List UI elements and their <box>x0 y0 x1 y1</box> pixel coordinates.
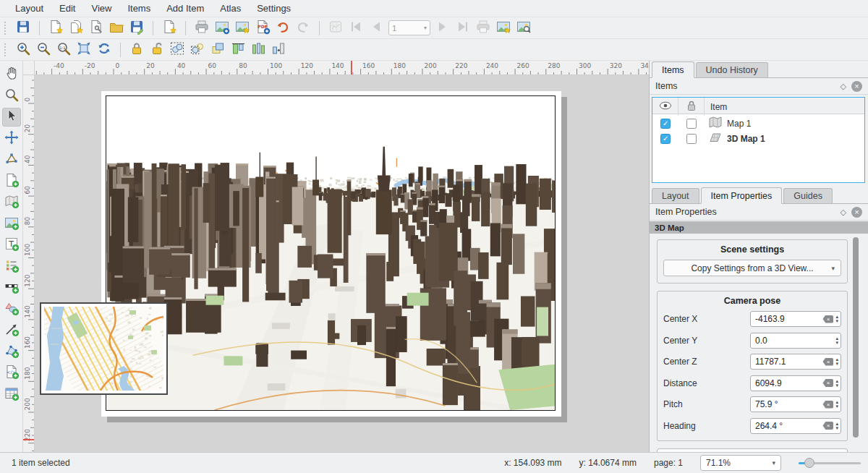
pan-layout-button[interactable] <box>2 65 21 84</box>
save-as-template-button[interactable] <box>127 19 146 38</box>
spinner-arrows[interactable]: ▴▾ <box>835 422 838 430</box>
copy-settings-from-3d-view-button[interactable]: Copy Settings from a 3D View...▾ <box>663 260 841 276</box>
lock-checkbox[interactable] <box>686 119 697 129</box>
svg-text:80: 80 <box>239 62 247 69</box>
add-shape-button[interactable] <box>2 300 21 319</box>
menu-view[interactable]: View <box>83 1 119 15</box>
clear-value-icon[interactable]: × <box>822 379 833 387</box>
group-items-button[interactable] <box>168 41 187 59</box>
align-selected-items-button[interactable] <box>229 41 247 59</box>
tab-layout[interactable]: Layout <box>652 188 699 203</box>
menu-items[interactable]: Items <box>119 1 158 15</box>
center-x-input[interactable]: -4163.9×▴▾ <box>750 311 841 327</box>
center-y-input[interactable]: 0.0▴▾ <box>750 333 841 349</box>
menu-edit[interactable]: Edit <box>51 1 83 15</box>
ruler-corner <box>23 61 35 75</box>
visibility-checkbox[interactable] <box>660 134 671 144</box>
print-atlas-button <box>474 19 493 38</box>
close-panel-icon[interactable]: × <box>851 81 862 92</box>
add-pages-button[interactable] <box>160 19 179 38</box>
menu-layout[interactable]: Layout <box>7 1 51 15</box>
3d-map-item[interactable] <box>106 95 556 411</box>
undo-button[interactable] <box>273 19 292 38</box>
distribute-items-button[interactable] <box>249 41 268 59</box>
refresh-view-button[interactable] <box>95 41 114 59</box>
right-dock: ItemsUndo History Items ◇ × Item Map 13 <box>649 61 868 452</box>
clear-value-icon[interactable]: × <box>822 401 833 409</box>
move-item-content-button[interactable] <box>2 129 21 148</box>
tab-item-properties[interactable]: Item Properties <box>701 187 783 204</box>
layout-manager-button[interactable] <box>87 19 106 38</box>
zoom-actual-button[interactable]: 1:1 <box>54 41 73 59</box>
spinner-arrows[interactable]: ▴▾ <box>835 400 838 409</box>
set-from-3d-view-button[interactable]: Set from a 3D View...▾ <box>657 448 848 453</box>
zoom-slider-handle[interactable] <box>804 458 814 468</box>
distance-input[interactable]: 6094.9×▴▾ <box>750 375 841 391</box>
visibility-checkbox[interactable] <box>660 119 671 129</box>
tab-items[interactable]: Items <box>652 61 694 78</box>
menu-atlas[interactable]: Atlas <box>212 1 249 15</box>
layout-canvas[interactable] <box>35 75 649 452</box>
menu-add-item[interactable]: Add Item <box>158 1 212 15</box>
lock-checkbox[interactable] <box>686 134 697 144</box>
spinner-arrows[interactable]: ▴▾ <box>835 336 838 345</box>
zoom-full-button[interactable] <box>75 41 93 59</box>
spinner-arrows[interactable]: ▴▾ <box>835 357 838 366</box>
print-layout-button[interactable] <box>192 19 211 38</box>
clear-value-icon[interactable]: × <box>822 422 833 430</box>
zoom-tool-button[interactable] <box>2 87 21 106</box>
heading-input[interactable]: 264.4 °×▴▾ <box>750 418 841 434</box>
layout-page[interactable] <box>101 91 561 417</box>
lock-icon <box>129 41 145 59</box>
duplicate-layout-button[interactable] <box>67 19 85 38</box>
clear-value-icon[interactable]: × <box>822 358 833 366</box>
add-arrow-button[interactable] <box>2 321 21 340</box>
zoom-out-button[interactable] <box>34 41 53 59</box>
ungroup-items-button[interactable] <box>188 41 207 59</box>
add-map-button[interactable] <box>2 193 21 212</box>
map-item-inset[interactable] <box>40 302 168 395</box>
pitch-input[interactable]: 75.9 °×▴▾ <box>750 396 841 412</box>
export-as-svg-button[interactable] <box>233 19 252 38</box>
add-legend-button[interactable] <box>2 257 21 276</box>
camera-pose-title: Camera pose <box>663 296 841 306</box>
add-picture-button[interactable] <box>2 215 21 234</box>
items-tree-row[interactable]: 3D Map 1 <box>652 129 864 145</box>
edit-nodes-item-button[interactable] <box>2 150 21 169</box>
save-project-button[interactable] <box>14 19 33 38</box>
export-as-image-button[interactable] <box>213 19 231 38</box>
properties-scrollbar[interactable] <box>853 237 859 446</box>
float-panel-icon[interactable]: ◇ <box>841 208 846 217</box>
add-node-item-button[interactable] <box>2 343 21 362</box>
lock-selected-items-button[interactable] <box>127 41 146 59</box>
preview-atlas-button[interactable] <box>514 19 533 38</box>
item-properties-panel-head: Item Properties ◇ × <box>650 204 868 221</box>
items-tree-row[interactable]: Map 1 <box>652 114 864 129</box>
add-page-button[interactable] <box>2 172 21 191</box>
open-layout-button[interactable] <box>107 19 126 38</box>
spinner-arrows[interactable]: ▴▾ <box>835 315 838 323</box>
raise-selected-items-button[interactable] <box>208 41 227 59</box>
export-as-pdf-button[interactable]: PDF <box>253 19 272 38</box>
export-atlas-button[interactable] <box>494 19 513 38</box>
spinner-arrows[interactable]: ▴▾ <box>835 379 838 388</box>
add-html-button[interactable]: </> <box>2 364 21 383</box>
new-layout-button[interactable] <box>46 19 65 38</box>
tab-undo-history[interactable]: Undo History <box>696 62 768 77</box>
add-attribute-table-button[interactable] <box>2 385 21 404</box>
add-label-button[interactable]: T <box>2 236 21 255</box>
resize-items-button[interactable] <box>269 41 288 59</box>
select-move-item-button[interactable] <box>2 108 21 127</box>
add-scalebar-button[interactable] <box>2 278 21 297</box>
menu-settings[interactable]: Settings <box>249 1 299 15</box>
close-panel-icon[interactable]: × <box>851 207 862 218</box>
zoom-in-button[interactable] <box>14 41 33 59</box>
clear-value-icon[interactable]: × <box>822 315 833 323</box>
unlock-all-items-button[interactable] <box>148 41 166 59</box>
zoom-slider[interactable] <box>799 456 861 469</box>
tab-guides[interactable]: Guides <box>783 188 833 203</box>
zoom-level-combo[interactable]: 71.1%▾ <box>700 455 781 471</box>
center-z-input[interactable]: 11787.1×▴▾ <box>750 354 841 370</box>
float-panel-icon[interactable]: ◇ <box>841 82 846 91</box>
atlas-feature-combo[interactable]: 1▾ <box>388 20 430 35</box>
